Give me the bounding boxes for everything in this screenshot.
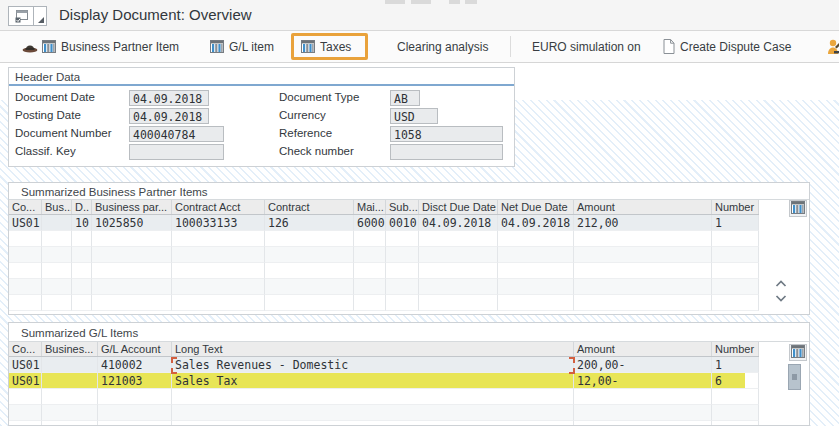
gl-item-button[interactable]: G/L item <box>210 31 274 62</box>
column-header[interactable]: Bus... <box>42 200 72 214</box>
person-edit-button[interactable] <box>828 31 839 62</box>
bowler-hat-button[interactable] <box>22 31 38 62</box>
table-cell <box>265 279 354 295</box>
table-cell[interactable]: 100033133 <box>172 215 265 231</box>
field-label: Posting Date <box>15 109 81 121</box>
column-header[interactable]: Contract Acct <box>172 200 265 214</box>
table-cell[interactable]: Sales Tax <box>172 373 574 389</box>
euro-simulation-button[interactable]: EURO simulation on <box>532 31 641 62</box>
table-cell <box>92 295 172 311</box>
table-cell <box>386 231 419 247</box>
table-cell <box>354 279 386 295</box>
column-header[interactable]: Number <box>712 342 759 356</box>
table-cell[interactable]: 126 <box>265 215 354 231</box>
table-cell[interactable]: US01 <box>9 373 42 389</box>
table-cell[interactable] <box>42 373 98 389</box>
table-settings-icon <box>791 200 805 218</box>
create-dispute-case-button[interactable]: Create Dispute Case <box>663 31 791 62</box>
gui-services-menu-button[interactable] <box>8 6 47 26</box>
table-cell[interactable]: 200,00- <box>574 357 712 373</box>
column-header[interactable]: Co... <box>9 200 42 214</box>
panel-title: Header Data <box>15 71 80 83</box>
table-cell <box>42 405 98 421</box>
table-cell <box>574 389 712 405</box>
table-cell[interactable]: 212,00 <box>574 215 712 231</box>
column-header[interactable]: Mai... <box>354 200 386 214</box>
column-header[interactable]: Business par... <box>92 200 172 214</box>
table-cell[interactable]: 1 <box>712 357 759 373</box>
document-number-field[interactable]: 400040784 <box>129 126 224 142</box>
table-cell <box>9 405 42 421</box>
table-cell <box>498 263 574 279</box>
scroll-down-button[interactable] <box>775 289 787 298</box>
table-settings-button[interactable] <box>789 200 807 217</box>
column-header[interactable]: Amount <box>574 342 712 356</box>
column-header[interactable]: Net Due Date <box>498 200 574 214</box>
field-label: Check number <box>279 145 354 157</box>
table-cell <box>265 295 354 311</box>
table-cell[interactable]: 6000 <box>354 215 386 231</box>
scroll-up-button[interactable] <box>775 274 787 283</box>
taxes-button[interactable]: Taxes <box>301 31 351 62</box>
table-cell <box>354 263 386 279</box>
table-cell[interactable] <box>42 357 98 373</box>
table-cell[interactable]: 6 <box>712 373 759 389</box>
table-cell[interactable] <box>42 215 72 231</box>
table-cell[interactable]: US01 <box>9 215 42 231</box>
table-cell[interactable]: 1 <box>712 215 759 231</box>
table-cell[interactable]: 04.09.2018 <box>419 215 498 231</box>
table-cell[interactable]: 410002 <box>98 357 172 373</box>
application-toolbar: Business Partner ItemG/L itemTaxesCleari… <box>0 31 839 63</box>
scrollbar-thumb[interactable] <box>788 364 801 390</box>
field-value: 04.09.2018 <box>133 92 202 106</box>
panel-title: Summarized Business Partner Items <box>21 186 208 198</box>
table-cell <box>712 247 759 263</box>
table-cell <box>72 247 92 263</box>
business-partner-item-button[interactable]: Business Partner Item <box>42 31 179 62</box>
document-type-field[interactable]: AB <box>390 90 420 106</box>
table-cell[interactable]: Sales Revenues - Domestic <box>172 357 574 373</box>
toolbar-button-label: EURO simulation on <box>532 40 641 54</box>
table-cell <box>98 421 172 426</box>
scroll-up-button[interactable] <box>795 420 807 426</box>
classif-key-field[interactable] <box>129 144 224 160</box>
field-value: 1058 <box>394 128 422 142</box>
column-header[interactable]: G/L Account <box>98 342 172 356</box>
table-cell <box>42 247 72 263</box>
table-cell[interactable]: 121003 <box>98 373 172 389</box>
table-cell[interactable]: 12,00- <box>574 373 712 389</box>
dropdown-corner-icon[interactable] <box>33 6 47 26</box>
empty-row <box>9 421 759 426</box>
column-header[interactable]: Sub... <box>386 200 419 214</box>
table-cell <box>9 231 42 247</box>
table-cell[interactable]: 0010 <box>386 215 419 231</box>
table-cell <box>386 263 419 279</box>
table-cell[interactable]: 1025850 <box>92 215 172 231</box>
document-date-field[interactable]: 04.09.2018 <box>129 90 209 106</box>
column-header[interactable]: D.. <box>72 200 92 214</box>
column-header[interactable]: Number <box>712 200 759 214</box>
table-row[interactable]: US01121003Sales Tax12,00-6 <box>9 373 759 389</box>
posting-date-field[interactable]: 04.09.2018 <box>129 108 209 124</box>
empty-row <box>9 263 759 279</box>
column-header[interactable]: Busines... <box>42 342 98 356</box>
column-header[interactable]: Contract <box>265 200 354 214</box>
column-header[interactable]: Co... <box>9 342 42 356</box>
table-settings-button[interactable] <box>789 344 807 361</box>
column-header[interactable]: Amount <box>574 200 712 214</box>
check-number-field[interactable] <box>390 144 503 160</box>
empty-row <box>9 295 759 311</box>
table-row[interactable]: US01410002Sales Revenues - Domestic200,0… <box>9 357 759 373</box>
reference-field[interactable]: 1058 <box>390 126 503 142</box>
table-row[interactable]: US011010258501000331331266000001004.09.2… <box>9 215 759 231</box>
currency-field[interactable]: USD <box>390 108 438 124</box>
table-cell[interactable]: US01 <box>9 357 42 373</box>
table-cell <box>574 231 712 247</box>
table-cell[interactable]: 04.09.2018 <box>498 215 574 231</box>
sap-display-document-screen: { "titlebar": { "title": "Display Docume… <box>0 0 839 426</box>
table-cell[interactable]: 10 <box>72 215 92 231</box>
clearing-analysis-button[interactable]: Clearing analysis <box>397 31 488 62</box>
column-header[interactable]: Long Text <box>172 342 574 356</box>
field-label: Document Type <box>279 91 359 103</box>
column-header[interactable]: Disct Due Date <box>419 200 498 214</box>
